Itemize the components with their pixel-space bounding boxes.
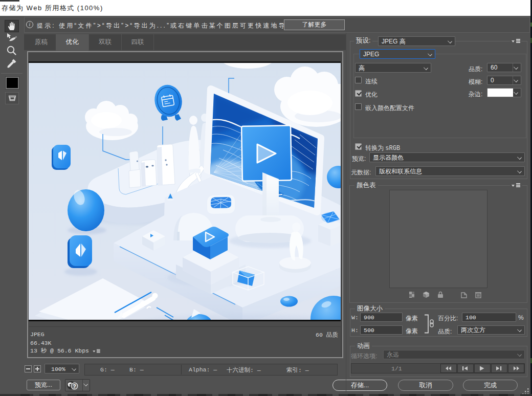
svg-text:?: ? — [73, 383, 76, 389]
